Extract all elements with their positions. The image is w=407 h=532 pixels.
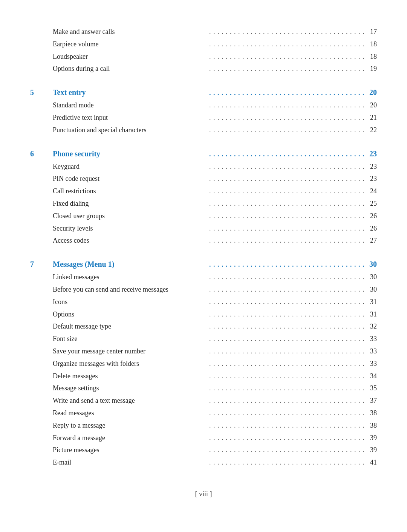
- dot-leader: [209, 173, 364, 184]
- toc-row: Organize messages with folders 33: [30, 358, 377, 369]
- dot-leader: [209, 309, 364, 320]
- toc-row: Font size 33: [30, 333, 377, 344]
- dot-leader: [209, 272, 364, 283]
- toc-row: Options during a call 19: [30, 63, 377, 74]
- dot-leader: [209, 433, 364, 443]
- page: Make and answer calls 17 Earpiece volume…: [0, 0, 407, 532]
- page-number: 39: [366, 445, 377, 456]
- dot-leader: [209, 346, 364, 357]
- toc-row: Forward a message 39: [30, 433, 377, 443]
- dot-leader: [209, 321, 364, 332]
- page-number: 23: [366, 173, 377, 184]
- toc-row: Message settings 35: [30, 383, 377, 394]
- section-number-6: 6: [30, 148, 53, 160]
- entry-title: Read messages: [53, 408, 208, 419]
- toc-row: Fixed dialing 25: [30, 198, 377, 209]
- dot-leader: [209, 457, 364, 468]
- dot-leader: [209, 51, 364, 62]
- dot-leader: [209, 297, 364, 307]
- section-number-5: 5: [30, 86, 53, 98]
- entry-title: Default message type: [53, 321, 208, 332]
- dot-leader: [209, 100, 364, 111]
- entry-title: Before you can send and receive messages: [53, 284, 208, 295]
- page-number: 30: [366, 284, 377, 295]
- entry-title: Options: [53, 309, 208, 320]
- page-number: 39: [366, 433, 377, 443]
- page-number: 23: [366, 161, 377, 172]
- entry-title: Earpiece volume: [53, 39, 208, 50]
- section-row-7: 7 Messages (Menu 1) 30: [30, 258, 377, 270]
- dot-leader: [209, 358, 364, 369]
- toc-row: Options 31: [30, 309, 377, 320]
- page-number: 38: [366, 408, 377, 419]
- page-number: 18: [366, 39, 377, 50]
- toc-row: Default message type 32: [30, 321, 377, 332]
- toc-row: Picture messages 39: [30, 445, 377, 456]
- toc-row: PIN code request 23: [30, 173, 377, 184]
- page-number: 30: [366, 272, 377, 283]
- entry-title: Predictive text input: [53, 112, 208, 123]
- dot-leader: [209, 408, 364, 419]
- entry-title: Linked messages: [53, 272, 208, 283]
- entry-title: Access codes: [53, 235, 208, 246]
- toc-row: E-mail 41: [30, 457, 377, 468]
- entry-title: Font size: [53, 333, 208, 344]
- entry-title: Organize messages with folders: [53, 358, 208, 369]
- dot-leader: [209, 445, 364, 456]
- toc-row: Linked messages 30: [30, 272, 377, 283]
- toc-row: Access codes 27: [30, 235, 377, 246]
- entry-title: Security levels: [53, 223, 208, 234]
- dot-leader: [209, 235, 364, 246]
- dot-leader: [209, 63, 364, 74]
- toc-row: Predictive text input 21: [30, 112, 377, 123]
- section-page-7: 30: [366, 258, 377, 270]
- toc-row: Loudspeaker 18: [30, 51, 377, 62]
- toc-row: Call restrictions 24: [30, 186, 377, 197]
- entry-title: PIN code request: [53, 173, 208, 184]
- dot-leader: [209, 333, 364, 344]
- dot-leader: [209, 371, 364, 382]
- page-number: 26: [366, 223, 377, 234]
- page-number: 32: [366, 321, 377, 332]
- page-number: 27: [366, 235, 377, 246]
- dot-leader: [209, 284, 364, 295]
- page-number: 17: [366, 26, 377, 37]
- entry-title: Closed user groups: [53, 211, 208, 222]
- page-number: 38: [366, 420, 377, 431]
- entry-title: Save your message center number: [53, 346, 208, 357]
- section-row-5: 5 Text entry 20: [30, 86, 377, 98]
- dot-leader: [209, 125, 364, 136]
- page-number: 34: [366, 371, 377, 382]
- entry-title: Icons: [53, 297, 208, 307]
- section-title-6: Phone security: [53, 148, 208, 160]
- dot-leader: [209, 112, 364, 123]
- toc-row: Before you can send and receive messages…: [30, 284, 377, 295]
- toc-row: Write and send a text message 37: [30, 395, 377, 406]
- entry-title: Make and answer calls: [53, 26, 208, 37]
- entry-title: Message settings: [53, 383, 208, 394]
- page-number: 19: [366, 63, 377, 74]
- toc-row: Security levels 26: [30, 223, 377, 234]
- dot-leader: [209, 26, 364, 37]
- page-number: 35: [366, 383, 377, 394]
- page-number: 24: [366, 186, 377, 197]
- dot-leader: [209, 211, 364, 222]
- dot-leader: [209, 383, 364, 394]
- page-number: 21: [366, 112, 377, 123]
- page-number: 31: [366, 297, 377, 307]
- entry-title: Keyguard: [53, 161, 208, 172]
- dot-leader: [209, 39, 364, 50]
- entry-title: Punctuation and special characters: [53, 125, 208, 136]
- page-number: 41: [366, 457, 377, 468]
- entry-title: Fixed dialing: [53, 198, 208, 209]
- entry-title: Options during a call: [53, 63, 208, 74]
- toc-row: Icons 31: [30, 297, 377, 307]
- entry-title: Write and send a text message: [53, 395, 208, 406]
- toc-row: Punctuation and special characters 22: [30, 125, 377, 136]
- entry-title: Standard mode: [53, 100, 208, 111]
- toc-row: Save your message center number 33: [30, 346, 377, 357]
- entry-title: Reply to a message: [53, 420, 208, 431]
- dot-leader: [209, 161, 364, 172]
- dot-leader: [209, 420, 364, 431]
- toc-row: Standard mode 20: [30, 100, 377, 111]
